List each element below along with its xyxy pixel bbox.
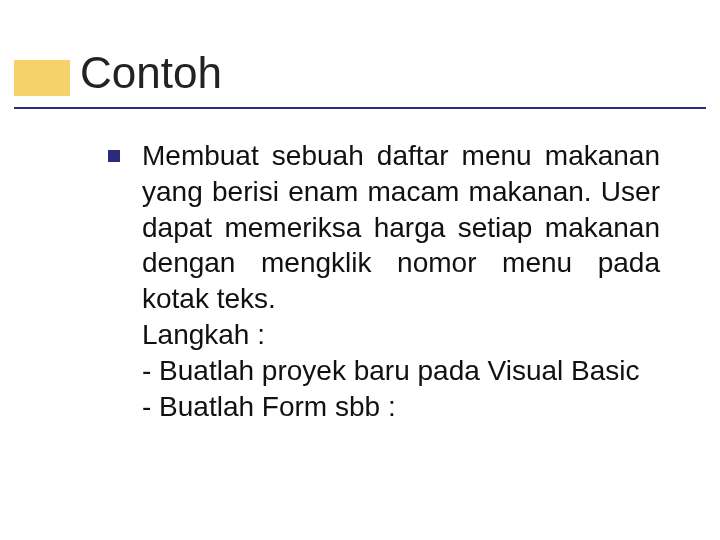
- body-area: Membuat sebuah daftar menu makanan yang …: [108, 138, 660, 425]
- square-bullet-icon: [108, 150, 120, 162]
- title-underline: [14, 107, 706, 109]
- title-accent-block: [14, 60, 70, 96]
- body-paragraph: Membuat sebuah daftar menu makanan yang …: [142, 138, 660, 317]
- step-2: - Buatlah Form sbb :: [142, 389, 660, 425]
- slide: Contoh Membuat sebuah daftar menu makana…: [0, 0, 720, 540]
- langkah-label: Langkah :: [142, 317, 660, 353]
- body-text: Membuat sebuah daftar menu makanan yang …: [142, 138, 660, 425]
- bullet-item: Membuat sebuah daftar menu makanan yang …: [108, 138, 660, 425]
- slide-title: Contoh: [80, 48, 222, 98]
- step-1: - Buatlah proyek baru pada Visual Basic: [142, 353, 660, 389]
